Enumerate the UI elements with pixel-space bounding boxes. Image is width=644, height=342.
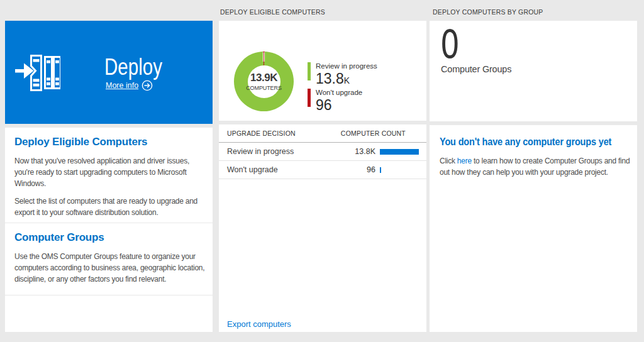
left-description-card: Deploy Eligible Computers Now that you'v… bbox=[5, 128, 213, 332]
legend-label: Won't upgrade bbox=[316, 89, 362, 97]
column-header-upgrade-decision: UPGRADE DECISION bbox=[227, 130, 296, 137]
deploy-eligible-computers-section: Deploy Eligible Computers Now that you'v… bbox=[5, 128, 213, 223]
deploy-icon bbox=[15, 50, 60, 91]
empty-state-heading: You don't have any computer groups yet bbox=[440, 136, 609, 148]
computer-groups-count-label: Computer Groups bbox=[441, 64, 511, 74]
no-computer-groups-card: You don't have any computer groups yet C… bbox=[430, 125, 637, 332]
chart-legend: Review in progress 13.8K Won't upgrade 9… bbox=[308, 62, 377, 115]
computer-groups-count: 0 bbox=[440, 25, 460, 64]
legend-label: Review in progress bbox=[316, 62, 377, 71]
deploy-tile[interactable]: Deploy More info bbox=[5, 21, 213, 124]
legend-value: 13.8K bbox=[316, 71, 377, 86]
donut-center: 13.9K COMPUTERS bbox=[248, 65, 280, 98]
section-paragraph: Select the list of computers that are re… bbox=[14, 196, 208, 218]
row-decision: Won't upgrade bbox=[227, 165, 278, 174]
legend-item-wont-upgrade[interactable]: Won't upgrade 96 bbox=[308, 89, 377, 113]
row-decision: Review in progress bbox=[227, 147, 294, 156]
table-row[interactable]: Review in progress 13.8K bbox=[219, 143, 426, 161]
section-heading: Computer Groups bbox=[14, 231, 208, 244]
row-count-bar bbox=[380, 149, 419, 155]
here-link[interactable]: here bbox=[457, 157, 472, 165]
section-paragraph: Use the OMS Computer Groups feature to o… bbox=[14, 251, 208, 285]
column-header-computer-count: COMPUTER COUNT bbox=[341, 130, 406, 137]
export-computers-link[interactable]: Export computers bbox=[227, 319, 291, 329]
middle-column-header: DEPLOY ELIGIBLE COMPUTERS bbox=[220, 8, 325, 16]
legend-value: 96 bbox=[316, 97, 362, 113]
legend-color-bar bbox=[308, 62, 311, 80]
section-paragraph: Now that you've resolved application and… bbox=[14, 155, 208, 190]
row-count: 96 bbox=[367, 165, 375, 174]
tile-title: Deploy bbox=[104, 54, 162, 80]
legend-color-bar bbox=[308, 89, 311, 107]
right-column-header: DEPLOY COMPUTERS BY GROUP bbox=[433, 8, 543, 16]
row-count-bar bbox=[380, 167, 381, 173]
donut-chart[interactable]: 13.9K COMPUTERS bbox=[234, 52, 294, 111]
row-count: 13.8K bbox=[355, 147, 375, 156]
table-header-row: UPGRADE DECISION COMPUTER COUNT bbox=[219, 124, 426, 143]
table-row[interactable]: Won't upgrade 96 bbox=[219, 161, 426, 179]
computer-groups-section: Computer Groups Use the OMS Computer Gro… bbox=[5, 223, 213, 295]
donut-total-value: 13.9K bbox=[250, 72, 277, 84]
empty-state-text: Click here to learn how to create Comput… bbox=[440, 155, 632, 178]
upgrade-decision-table-card: UPGRADE DECISION COMPUTER COUNT Review i… bbox=[219, 124, 426, 332]
more-info-link[interactable]: More info bbox=[106, 81, 138, 90]
deploy-eligible-computers-chart-card: 13.9K COMPUTERS Review in progress 13.8K… bbox=[219, 21, 426, 121]
section-heading: Deploy Eligible Computers bbox=[14, 136, 208, 148]
legend-item-review-in-progress[interactable]: Review in progress 13.8K bbox=[308, 62, 377, 86]
computer-groups-count-card: 0 Computer Groups bbox=[430, 21, 637, 121]
donut-total-label: COMPUTERS bbox=[246, 85, 282, 91]
arrow-right-circle-icon[interactable] bbox=[142, 80, 153, 91]
